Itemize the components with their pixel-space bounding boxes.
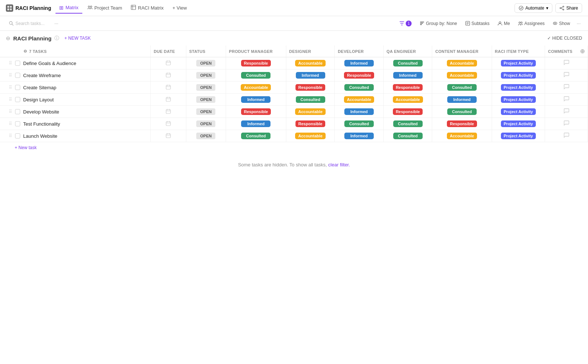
content-manager-badge[interactable]: Accountable (447, 133, 477, 139)
me-button[interactable]: Me (495, 19, 513, 28)
raci-item-type-badge[interactable]: Project Activity (501, 108, 536, 115)
content-manager-badge[interactable]: Accountable (447, 72, 477, 79)
show-button[interactable]: Show (550, 19, 573, 28)
drag-handle[interactable]: ⠿ (9, 97, 12, 102)
developer-badge[interactable]: Informed (344, 108, 374, 115)
group-by-button[interactable]: Group by: None (417, 19, 460, 28)
designer-badge[interactable]: Responsible (295, 120, 325, 127)
filter-button[interactable]: 1 (397, 19, 415, 28)
qa-engineer-badge[interactable]: Informed (393, 72, 423, 79)
due-date-icon[interactable] (166, 121, 171, 127)
raci-item-type-badge[interactable]: Project Activity (501, 133, 536, 139)
due-date-icon[interactable] (166, 97, 171, 103)
due-date-icon[interactable] (166, 73, 171, 79)
new-task-header-button[interactable]: + NEW TASK (62, 35, 93, 42)
subtasks-button[interactable]: Subtasks (462, 19, 492, 28)
drag-handle[interactable]: ⠿ (9, 109, 12, 114)
status-badge[interactable]: OPEN (196, 72, 215, 79)
nav-tab-view[interactable]: + View (169, 3, 190, 13)
task-checkbox[interactable] (15, 133, 20, 138)
info-icon[interactable]: ⓘ (54, 35, 59, 42)
hide-closed-button[interactable]: ✓ HIDE CLOSED (547, 36, 582, 41)
clear-filter-link[interactable]: clear filter. (328, 162, 350, 167)
comment-icon[interactable] (563, 72, 569, 79)
comment-icon[interactable] (563, 133, 569, 139)
comment-icon[interactable] (563, 121, 569, 127)
task-collapse-arrow[interactable]: ⊖ (24, 49, 27, 54)
content-manager-badge[interactable]: Consulted (447, 108, 477, 115)
content-manager-badge[interactable]: Responsible (447, 120, 477, 127)
drag-handle[interactable]: ⠿ (9, 61, 12, 66)
comment-icon[interactable] (563, 60, 569, 66)
toolbar-more-icon[interactable]: ··· (575, 19, 582, 28)
assignees-button[interactable]: Assignees (515, 19, 548, 28)
status-badge[interactable]: OPEN (196, 108, 215, 115)
designer-badge[interactable]: Accountable (295, 108, 325, 115)
designer-badge[interactable]: Responsible (295, 84, 325, 91)
raci-item-type-badge[interactable]: Project Activity (501, 96, 536, 103)
nav-tab-matrix[interactable]: ⊞ Matrix (55, 3, 82, 14)
search-more-icon[interactable]: ··· (53, 19, 60, 28)
raci-item-type-badge[interactable]: Project Activity (501, 84, 536, 91)
due-date-icon[interactable] (166, 85, 171, 91)
content-manager-badge[interactable]: Consulted (447, 84, 477, 91)
developer-badge[interactable]: Responsible (344, 72, 374, 79)
nav-tab-project-team[interactable]: Project Team (84, 3, 126, 13)
task-checkbox[interactable] (15, 61, 20, 66)
designer-badge[interactable]: Consulted (296, 96, 325, 103)
developer-badge[interactable]: Informed (344, 60, 374, 66)
raci-item-type-badge[interactable]: Project Activity (501, 72, 536, 79)
status-badge[interactable]: OPEN (196, 120, 215, 127)
nav-tab-raci-matrix[interactable]: RACI Matrix (127, 3, 167, 13)
status-badge[interactable]: OPEN (196, 60, 215, 66)
share-button[interactable]: Share (555, 3, 582, 13)
comment-icon[interactable] (563, 84, 569, 91)
content-manager-badge[interactable]: Accountable (447, 60, 477, 66)
raci-item-type-badge[interactable]: Project Activity (501, 60, 536, 66)
drag-handle[interactable]: ⠿ (9, 121, 12, 126)
designer-badge[interactable]: Accountable (295, 60, 325, 66)
due-date-icon[interactable] (166, 61, 171, 66)
due-date-icon[interactable] (166, 109, 171, 115)
developer-badge[interactable]: Consulted (344, 120, 374, 127)
task-checkbox[interactable] (15, 97, 20, 102)
qa-engineer-badge[interactable]: Responsible (393, 108, 423, 115)
drag-handle[interactable]: ⠿ (9, 73, 12, 78)
product-manager-badge[interactable]: Informed (241, 96, 270, 103)
qa-engineer-badge[interactable]: Consulted (393, 60, 423, 66)
product-manager-badge[interactable]: Consulted (241, 72, 270, 79)
task-checkbox[interactable] (15, 121, 20, 126)
developer-badge[interactable]: Informed (344, 133, 374, 139)
task-checkbox[interactable] (15, 73, 20, 78)
task-checkbox[interactable] (15, 85, 20, 90)
drag-handle[interactable]: ⠿ (9, 133, 12, 138)
designer-badge[interactable]: Informed (296, 72, 325, 79)
comment-icon[interactable] (563, 97, 569, 103)
product-manager-badge[interactable]: Consulted (241, 133, 270, 139)
raci-item-type-badge[interactable]: Project Activity (501, 120, 536, 127)
developer-badge[interactable]: Consulted (344, 84, 374, 91)
status-badge[interactable]: OPEN (196, 133, 215, 139)
qa-engineer-badge[interactable]: Consulted (393, 133, 423, 139)
developer-badge[interactable]: Accountable (344, 96, 374, 103)
product-manager-badge[interactable]: Accountable (241, 84, 271, 91)
due-date-icon[interactable] (166, 133, 171, 139)
drag-handle[interactable]: ⠿ (9, 85, 12, 90)
qa-engineer-badge[interactable]: Consulted (393, 120, 423, 127)
new-task-row[interactable]: + New task (0, 142, 588, 153)
qa-engineer-badge[interactable]: Responsible (393, 84, 423, 91)
qa-engineer-badge[interactable]: Accountable (393, 96, 423, 103)
status-badge[interactable]: OPEN (196, 96, 215, 103)
collapse-button[interactable]: ⊖ (6, 35, 10, 41)
product-manager-badge[interactable]: Informed (241, 120, 270, 127)
comment-icon[interactable] (563, 109, 569, 115)
product-manager-badge[interactable]: Responsible (241, 108, 271, 115)
search-box[interactable]: Search tasks... (6, 19, 50, 28)
content-manager-badge[interactable]: Informed (447, 96, 477, 103)
product-manager-badge[interactable]: Responsible (241, 60, 271, 66)
automate-button[interactable]: Automate ▾ (514, 3, 552, 13)
task-checkbox[interactable] (15, 109, 20, 114)
designer-badge[interactable]: Accountable (295, 133, 325, 139)
status-badge[interactable]: OPEN (196, 84, 215, 91)
add-column-button[interactable]: ⊕ (580, 48, 585, 55)
